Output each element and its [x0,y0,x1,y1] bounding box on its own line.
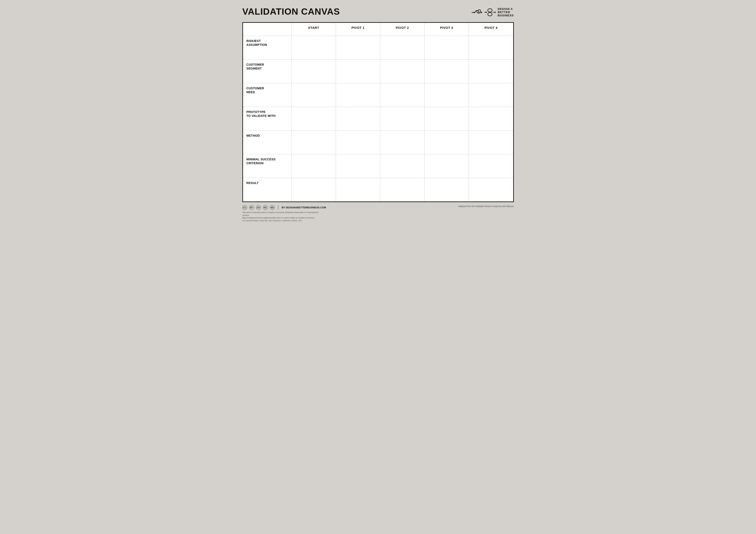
label-result: RESULT [243,178,292,201]
cell-minimal-pivot1[interactable] [336,154,380,178]
footer-icons-row: CC BY SA NC ND BY DESIGNABETTERBUSINESS.… [242,205,326,210]
cell-method-pivot3[interactable] [424,130,469,154]
cell-need-pivot3[interactable] [424,83,469,107]
footer: CC BY SA NC ND BY DESIGNABETTERBUSINESS.… [242,205,514,222]
header-pivot2: PIVOT 2 [380,23,425,36]
cell-result-start[interactable] [291,178,336,201]
table-header-row: START PIVOT 1 PIVOT 2 PIVOT 3 PIVOT 4 [243,23,513,36]
cc-icon: CC [242,205,247,210]
cell-minimal-pivot3[interactable] [424,154,469,178]
table-row: METHOD [243,130,513,154]
label-minimal-success: MINIMAL SUCCESS CRITERION [243,154,292,178]
footer-license: This work is licensed under a Creative C… [242,211,324,222]
cell-need-pivot4[interactable] [469,83,513,107]
header-pivot1: PIVOT 1 [336,23,380,36]
cell-need-start[interactable] [291,83,336,107]
label-prototype: PROTOTYPE TO VALIDATE WITH [243,107,292,130]
cell-segment-pivot1[interactable] [336,60,380,83]
header-pivot4: PIVOT 4 [469,23,513,36]
svg-point-8 [488,13,492,16]
footer-left: CC BY SA NC ND BY DESIGNABETTERBUSINESS.… [242,205,326,222]
cell-segment-start[interactable] [291,60,336,83]
cell-riskiest-pivot4[interactable] [469,36,513,60]
svg-marker-6 [486,12,487,13]
cell-method-pivot2[interactable] [380,130,425,154]
cc-sa-icon: SA [256,205,261,210]
cell-minimal-pivot4[interactable] [469,154,513,178]
cell-riskiest-pivot2[interactable] [380,36,425,60]
label-riskiest-assumption: RISKIEST ASSUMPTION [243,36,292,60]
cell-prototype-pivot3[interactable] [424,107,469,130]
cell-method-pivot4[interactable] [469,130,513,154]
cell-riskiest-pivot1[interactable] [336,36,380,60]
logo-text: DESIGN A BETTER BUSINESS [498,8,514,17]
footer-attribution: Adapted from the Validation Board create… [458,205,514,208]
cell-result-pivot4[interactable] [469,178,513,201]
cell-riskiest-pivot3[interactable] [424,36,469,60]
header-empty [243,23,292,36]
page-header: VALIDATION CANVAS [242,7,514,18]
footer-brand: BY DESIGNABETTERBUSINESS.COM [282,206,326,209]
cell-segment-pivot4[interactable] [469,60,513,83]
cell-riskiest-start[interactable] [291,36,336,60]
canvas-container: START PIVOT 1 PIVOT 2 PIVOT 3 PIVOT 4 RI… [242,22,514,202]
cell-result-pivot1[interactable] [336,178,380,201]
header-pivot3: PIVOT 3 [424,23,469,36]
svg-point-7 [488,9,492,12]
svg-marker-3 [481,12,482,13]
page-title: VALIDATION CANVAS [242,7,340,17]
cell-result-pivot3[interactable] [424,178,469,201]
table-row: MINIMAL SUCCESS CRITERION [243,154,513,178]
cell-prototype-start[interactable] [291,107,336,130]
cell-minimal-pivot2[interactable] [380,154,425,178]
cell-method-pivot1[interactable] [336,130,380,154]
cc-nc-icon: NC [263,205,268,210]
cell-need-pivot2[interactable] [380,83,425,107]
cell-result-pivot2[interactable] [380,178,425,201]
label-customer-need: CUSTOMER NEED [243,83,292,107]
table-row: CUSTOMER SEGMENT [243,60,513,83]
label-method: METHOD [243,130,292,154]
canvas-table: START PIVOT 1 PIVOT 2 PIVOT 3 PIVOT 4 RI… [243,23,513,201]
table-row: RESULT [243,178,513,201]
cell-prototype-pivot1[interactable] [336,107,380,130]
cell-prototype-pivot2[interactable] [380,107,425,130]
cell-segment-pivot3[interactable] [424,60,469,83]
cell-prototype-pivot4[interactable] [469,107,513,130]
cell-segment-pivot2[interactable] [380,60,425,83]
table-row: PROTOTYPE TO VALIDATE WITH [243,107,513,130]
table-row: CUSTOMER NEED [243,83,513,107]
logo-icon [471,7,482,18]
cell-method-start[interactable] [291,130,336,154]
cell-minimal-start[interactable] [291,154,336,178]
table-row: RISKIEST ASSUMPTION [243,36,513,60]
header-start: START [291,23,336,36]
cell-need-pivot1[interactable] [336,83,380,107]
label-customer-segment: CUSTOMER SEGMENT [243,60,292,83]
cc-by-icon: BY [249,205,254,210]
logo-symbol [484,7,496,18]
logo: DESIGN A BETTER BUSINESS [471,7,514,18]
svg-marker-10 [495,12,496,13]
cc-nd-icon: ND [270,205,275,210]
